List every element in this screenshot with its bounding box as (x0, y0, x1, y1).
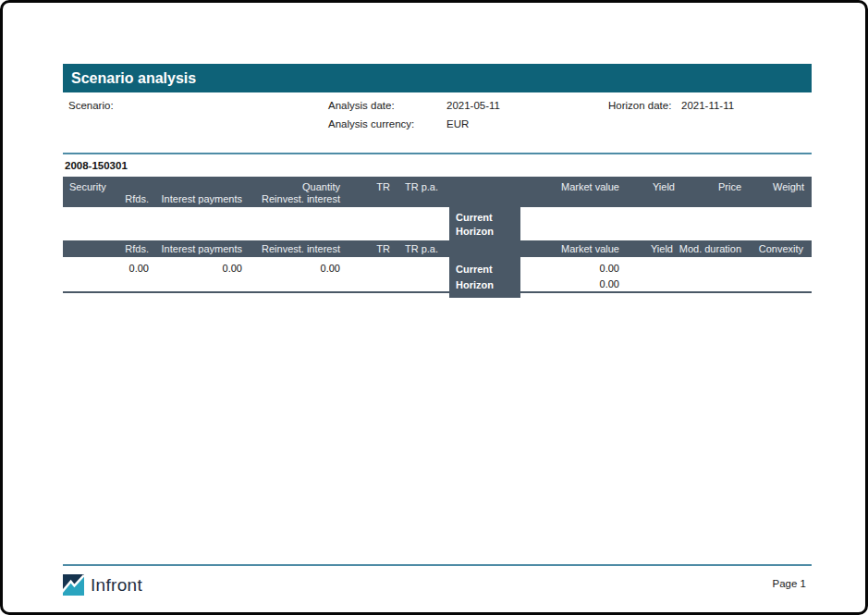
infront-logo: Infront (63, 574, 142, 596)
scenario-table: Security Quantity TR TR p.a. Market valu… (63, 177, 812, 293)
report-page: Scenario analysis Scenario: Analysis dat… (0, 0, 868, 615)
col-reinvest-interest: Reinvest. interest (262, 193, 340, 204)
col-tr-pa: TR p.a. (405, 243, 438, 254)
current-horizon-cell: Current Horizon (449, 257, 520, 298)
col-rfds: Rfds. (125, 243, 149, 254)
col-reinvest-interest: Reinvest. interest (262, 243, 340, 254)
infront-wordmark: Infront (91, 575, 142, 596)
reinvest-interest-value: 0.00 (321, 263, 340, 274)
col-tr-pa: TR p.a. (405, 181, 438, 192)
analysis-currency-label: Analysis currency: (328, 118, 414, 129)
col-price: Price (718, 181, 741, 192)
horizon-label: Horizon (456, 277, 520, 293)
col-interest-payments: Interest payments (162, 193, 242, 204)
table-header-row-1: Security Quantity TR TR p.a. Market valu… (63, 177, 812, 207)
horizon-label: Horizon (456, 225, 520, 239)
footer-divider (63, 564, 812, 566)
col-market-value: Market value (561, 243, 619, 254)
analysis-currency-value: EUR (446, 118, 469, 129)
col-yield: Yield (651, 243, 673, 254)
col-quantity: Quantity (302, 181, 340, 192)
col-convexity: Convexity (759, 243, 803, 254)
horizon-date-label: Horizon date: (608, 100, 671, 111)
col-security: Security (69, 181, 106, 192)
page-number: Page 1 (773, 578, 806, 589)
col-market-value: Market value (561, 181, 619, 192)
col-yield: Yield (653, 181, 675, 192)
col-interest-payments: Interest payments (162, 243, 242, 254)
col-weight: Weight (773, 181, 804, 192)
horizon-date-value: 2021-11-11 (681, 100, 734, 111)
rfds-value: 0.00 (129, 263, 149, 274)
scenario-label: Scenario: (68, 100, 114, 111)
current-label: Current (456, 211, 520, 225)
infront-logo-icon (63, 574, 84, 596)
security-row: Current Horizon (63, 207, 812, 240)
totals-row: 0.00 0.00 0.00 0.00 0.00 Current Horizon (63, 257, 812, 293)
analysis-date-value: 2021-05-11 (446, 100, 500, 111)
market-value-horizon: 0.00 (600, 278, 619, 289)
analysis-date-label: Analysis date: (328, 100, 395, 111)
interest-payments-value: 0.00 (223, 263, 242, 274)
section-divider (63, 153, 812, 154)
col-tr: TR (376, 181, 390, 192)
security-id-heading: 2008-150301 (65, 160, 128, 171)
table-header-row-2: Rfds. Interest payments Reinvest. intere… (63, 240, 812, 257)
current-label: Current (456, 262, 520, 277)
current-horizon-cell: Current Horizon (449, 207, 520, 240)
col-rfds: Rfds. (125, 193, 149, 204)
col-tr: TR (376, 243, 390, 254)
market-value-current: 0.00 (600, 263, 619, 274)
page-title: Scenario analysis (63, 64, 812, 92)
col-mod-duration: Mod. duration (679, 243, 741, 254)
